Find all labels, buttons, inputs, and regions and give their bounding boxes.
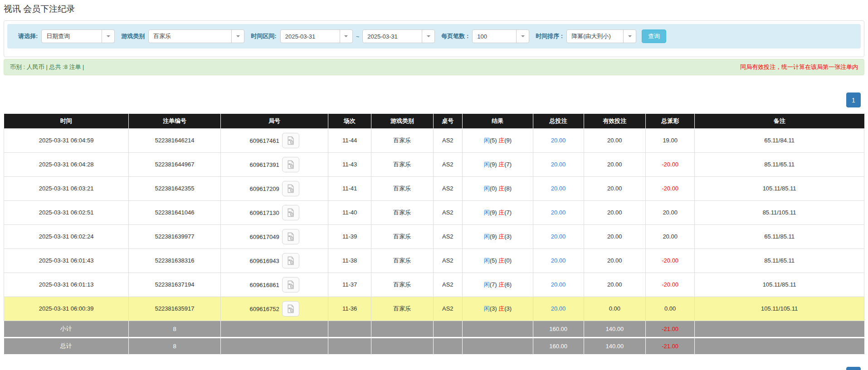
valid-bet-cell: 20.00: [584, 128, 646, 152]
chevron-down-icon[interactable]: [231, 30, 244, 43]
payout-cell: -20.00: [646, 248, 695, 273]
column-header-1: 注单编号: [129, 114, 221, 128]
table-row: 2025-03-31 06:02:24 522381639977 6096170…: [4, 224, 864, 248]
time-sort-label: 时间排序 :: [536, 32, 563, 40]
remark-cell: 65.11/85.11: [695, 224, 864, 248]
total-bet-link[interactable]: 20.00: [551, 233, 566, 240]
chevron-down-icon[interactable]: [516, 30, 529, 43]
filter-panel: 请选择: 日期查询 游戏类别 百家乐 时间区间: 2025-03-31 ~ 20…: [4, 20, 864, 57]
round-cell: 609617049: [221, 224, 328, 248]
player-result-label: 闲: [484, 161, 490, 168]
time-cell: 2025-03-31 06:04:28: [4, 152, 129, 176]
column-header-8: 有效投注: [584, 114, 646, 128]
search-button[interactable]: 查询: [642, 29, 666, 43]
total-bet-link[interactable]: 20.00: [551, 137, 566, 144]
time-sort-select[interactable]: 降冪(由大到小): [566, 29, 636, 43]
banker-result-label: 庄: [498, 185, 504, 192]
video-replay-icon: [286, 304, 295, 313]
player-result-label: 闲: [484, 209, 490, 216]
page-size-select[interactable]: 100: [472, 29, 529, 43]
video-replay-button[interactable]: [282, 253, 299, 268]
pagination-page-button[interactable]: 1: [846, 367, 861, 370]
column-header-9: 总派彩: [646, 114, 695, 128]
session-cell: 11-40: [328, 200, 371, 224]
total-bet-cell: 20.00: [533, 176, 584, 200]
bet-id-cell: 522381635917: [129, 297, 221, 321]
game-type-cell: 百家乐: [371, 128, 434, 152]
round-number: 609616943: [250, 257, 279, 264]
game-type-select[interactable]: 百家乐: [148, 29, 244, 43]
table-row: 2025-03-31 06:01:43 522381638316 6096169…: [4, 248, 864, 273]
game-type-cell: 百家乐: [371, 176, 434, 200]
valid-bet-cell: 20.00: [584, 152, 646, 176]
payout-cell: -20.00: [646, 273, 695, 297]
game-type-cell: 百家乐: [371, 248, 434, 273]
payout-cell: -20.00: [646, 176, 695, 200]
total-label: 总计: [4, 337, 129, 354]
total-bet-cell: 20.00: [533, 273, 584, 297]
date-from-select[interactable]: 2025-03-31: [280, 29, 353, 43]
bet-id-cell: 522381639977: [129, 224, 221, 248]
total-count: 8: [129, 337, 221, 354]
round-cell: 609616752: [221, 297, 328, 321]
pagination-page-button[interactable]: 1: [846, 92, 861, 107]
valid-bet-cell: 20.00: [584, 224, 646, 248]
bet-id-cell: 522381646214: [129, 128, 221, 152]
total-bet-link[interactable]: 20.00: [551, 209, 566, 216]
total-bet-link[interactable]: 20.00: [551, 185, 566, 192]
payout-cell: -20.00: [646, 152, 695, 176]
column-header-6: 结果: [463, 114, 533, 128]
bet-id-cell: 522381642355: [129, 176, 221, 200]
table-number-cell: AS2: [433, 152, 462, 176]
video-replay-icon: [286, 184, 295, 193]
subtotal-row: 小计 8 160.00 140.00 -21.00: [4, 321, 864, 337]
bet-id-cell: 522381638316: [129, 248, 221, 273]
bet-id-cell: 522381644967: [129, 152, 221, 176]
video-replay-button[interactable]: [282, 277, 299, 292]
subtotal-label: 小计: [4, 321, 129, 337]
result-cell: 闲(9) 庄(7): [463, 200, 533, 224]
total-bet-link[interactable]: 20.00: [551, 305, 566, 312]
round-number: 609617391: [250, 161, 279, 168]
video-replay-icon: [286, 232, 295, 241]
chevron-down-icon[interactable]: [340, 30, 352, 43]
total-total-bet: 160.00: [533, 337, 584, 354]
round-cell: 609616943: [221, 248, 328, 273]
time-cell: 2025-03-31 06:04:59: [4, 128, 129, 152]
chevron-down-icon[interactable]: [102, 30, 114, 43]
chevron-down-icon[interactable]: [623, 30, 636, 43]
player-result-label: 闲: [484, 281, 490, 288]
chevron-down-icon[interactable]: [422, 30, 434, 43]
date-to-select[interactable]: 2025-03-31: [362, 29, 435, 43]
video-replay-button[interactable]: [282, 229, 299, 244]
total-bet-cell: 20.00: [533, 248, 584, 273]
round-number: 609617209: [250, 185, 279, 192]
result-cell: 闲(3) 庄(3): [463, 297, 533, 321]
total-bet-link[interactable]: 20.00: [551, 281, 566, 288]
session-cell: 11-39: [328, 224, 371, 248]
video-replay-button[interactable]: [282, 181, 299, 196]
total-bet-cell: 20.00: [533, 297, 584, 321]
video-replay-button[interactable]: [282, 301, 299, 316]
video-replay-button[interactable]: [282, 157, 299, 172]
table-row: 2025-03-31 06:00:39 522381635917 6096167…: [4, 297, 864, 321]
video-replay-icon: [286, 160, 295, 169]
result-cell: 闲(7) 庄(6): [463, 273, 533, 297]
session-cell: 11-37: [328, 273, 371, 297]
total-bet-link[interactable]: 20.00: [551, 257, 566, 264]
valid-bet-cell: 20.00: [584, 176, 646, 200]
subtotal-count: 8: [129, 321, 221, 337]
page-size-label: 每页笔数 :: [441, 32, 468, 40]
video-replay-button[interactable]: [282, 133, 299, 148]
pagination-bottom: 1: [846, 367, 861, 370]
total-bet-link[interactable]: 20.00: [551, 161, 566, 168]
time-cell: 2025-03-31 06:02:51: [4, 200, 129, 224]
column-header-5: 桌号: [433, 114, 462, 128]
total-payout: -21.00: [646, 337, 695, 354]
query-type-select[interactable]: 日期查询: [41, 29, 115, 43]
video-replay-button[interactable]: [282, 205, 299, 220]
video-replay-icon: [286, 136, 295, 145]
remark-cell: 105.11/105.11: [695, 297, 864, 321]
result-cell: 闲(9) 庄(7): [463, 152, 533, 176]
time-cell: 2025-03-31 06:00:39: [4, 297, 129, 321]
